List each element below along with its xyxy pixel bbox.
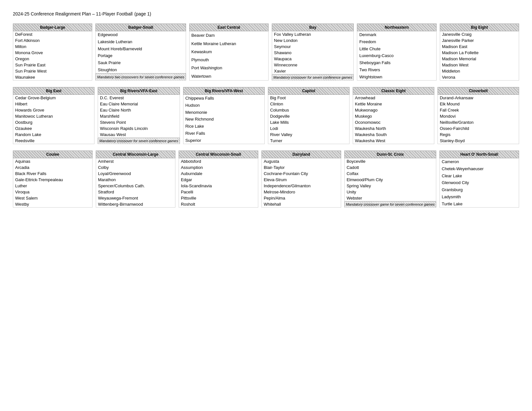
conference-table-big-rivers/vfa-east: Big Rivers/VFA-EastD.C. EverestEau Clair…	[98, 87, 180, 144]
team-name: Ladysmith	[440, 193, 519, 201]
team-name: Auburndale	[179, 171, 258, 177]
team-name: Denmark	[357, 31, 436, 38]
team-name: Elk Mound	[438, 101, 519, 107]
conference-header: Coulee	[13, 151, 93, 158]
team-name: Grantsburg	[440, 186, 519, 193]
team-name: Howards Grove	[13, 107, 94, 113]
team-name: West Salem	[13, 195, 93, 201]
team-name: Neillsville/Granton	[438, 119, 519, 125]
team-name: Clinton	[268, 101, 349, 107]
team-name: Manitowoc Lutheran	[13, 113, 94, 119]
team-name: Marathon	[96, 177, 175, 183]
conference-table-bay: BayFox Valley LutheranNew LondonSeymourS…	[272, 24, 354, 81]
conference-row-0: Badger-LargeDeForestFort AtkinsonMiltonM…	[13, 24, 519, 81]
conference-note: Mandatory crossover game for seven confe…	[344, 201, 436, 208]
conference-header: Big Rivers/VFA-West	[183, 87, 264, 95]
team-name: Chetek-Weyerhaeuser	[440, 165, 519, 172]
team-name: Kewaskum	[189, 48, 268, 56]
team-name: River Falls	[183, 130, 264, 137]
team-name: Colfax	[344, 171, 436, 177]
conference-header: Badger-Small	[96, 24, 186, 31]
team-name: Chippewa Falls	[183, 95, 264, 102]
conference-table-central-wisconsin-large: Central Wisconsin-LargeAmherstColbyLoyal…	[96, 151, 175, 208]
team-name: Sheboygan Falls	[357, 59, 436, 66]
team-name: Loyal/Greenwood	[96, 171, 175, 177]
team-name: Verona	[440, 74, 519, 81]
team-name: Elmwood/Plum City	[344, 177, 436, 183]
team-name: Spring Valley	[344, 183, 436, 189]
team-name: Lake Mills	[268, 119, 349, 125]
team-name: Regis	[438, 132, 519, 138]
team-name: Reedsville	[13, 138, 94, 144]
conference-table-badger-large: Badger-LargeDeForestFort AtkinsonMiltonM…	[13, 24, 92, 81]
team-name: Luther	[13, 183, 93, 189]
conference-table-big-east: Big EastCedar Grove-BelgiumHilbertHoward…	[13, 87, 94, 144]
conference-table-central-wisconsin-small: Central Wisconsin-SmallAbbotsfordAssumpt…	[179, 151, 258, 208]
team-name: Stevens Point	[98, 119, 180, 125]
conference-note: Mandatory crossover for seven conference…	[98, 138, 180, 144]
team-name: Hudson	[183, 102, 264, 109]
team-name: Muskego	[353, 113, 434, 119]
team-name: Stoughton	[96, 66, 186, 73]
team-name: Wausau West	[98, 132, 180, 138]
team-name: Iola-Scandinavia	[179, 183, 258, 189]
team-name: Menomonie	[183, 109, 264, 116]
conference-header: Big Eight	[440, 24, 519, 31]
team-name: Superior	[183, 137, 264, 144]
team-name: Rice Lake	[183, 123, 264, 130]
team-name: Waukesha North	[353, 125, 434, 132]
team-name: Cadott	[344, 164, 436, 171]
team-name: New London	[272, 37, 354, 44]
team-name: Turtle Lake	[440, 200, 519, 207]
conference-header: Capitol	[268, 87, 349, 95]
team-name: Amherst	[96, 158, 175, 165]
conference-note: Mandatory two crossovers for seven confe…	[96, 73, 186, 81]
team-name: New Richmond	[183, 116, 264, 123]
team-name: Madison Memorial	[440, 56, 519, 62]
conference-header: Central Wisconsin-Large	[96, 151, 175, 158]
team-name: Portage	[96, 52, 186, 59]
team-name: Ozaukee	[13, 125, 94, 132]
team-name: Webster	[344, 195, 436, 201]
team-name: Marshfield	[98, 113, 180, 119]
team-name: Abbotsford	[179, 158, 258, 165]
page-title: 2024-25 Conference Realignment Plan – 11…	[13, 10, 519, 17]
team-name: Eleva-Strum	[261, 177, 341, 183]
team-name: Shawano	[272, 50, 354, 56]
team-name: Whitehall	[261, 201, 341, 208]
team-name: Boyceville	[344, 158, 436, 165]
conference-header: Badger-Large	[13, 24, 92, 31]
conference-header: Dairyland	[261, 151, 341, 158]
conference-note: Mandatory crossover for seven conference…	[272, 74, 354, 81]
team-name: Glenwood City	[440, 179, 519, 186]
team-name: Eau Claire Memorial	[98, 101, 180, 107]
team-name: Port Washington	[189, 64, 268, 72]
team-name: Luxemburg-Casco	[357, 52, 436, 59]
team-name: Viroqua	[13, 189, 93, 195]
team-name: Rosholt	[179, 201, 258, 208]
team-name: Lakeside Lutheran	[96, 38, 186, 45]
team-name: Mukwonago	[353, 107, 434, 113]
team-name: Turner	[268, 138, 349, 144]
team-name: Cedar Grove-Belgium	[13, 95, 94, 101]
team-name: Edgewood	[96, 31, 186, 38]
conference-header: Big East	[13, 87, 94, 95]
conference-row-1: Big EastCedar Grove-BelgiumHilbertHoward…	[13, 87, 519, 144]
team-name: Oostburg	[13, 119, 94, 125]
team-name: Fort Atkinson	[13, 37, 92, 44]
team-name: Cochrane-Fountain City	[261, 171, 341, 177]
team-name: Edgar	[179, 177, 258, 183]
conference-header: Central Wisconsin-Small	[179, 151, 258, 158]
team-name: Madison La Follette	[440, 50, 519, 56]
team-name: D.C. Everest	[98, 95, 180, 101]
team-name: Durand-Arkansaw	[438, 95, 519, 101]
team-name: Waunakee	[13, 74, 92, 81]
conference-table-classic-eight: Classic EightArrowheadKettle MoraineMukw…	[353, 87, 434, 144]
team-name: Winneconne	[272, 62, 354, 68]
team-name: Aquinas	[13, 158, 93, 165]
team-name: Stratford	[96, 189, 175, 195]
team-name: Kettle Moraine	[353, 101, 434, 107]
conference-header: Classic Eight	[353, 87, 434, 95]
team-name: Plymouth	[189, 56, 268, 64]
team-name: Independence/Gilmanton	[261, 183, 341, 189]
